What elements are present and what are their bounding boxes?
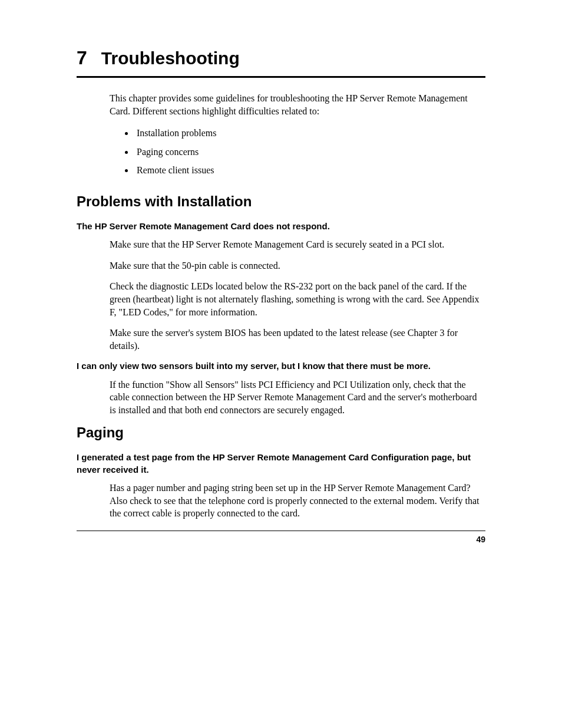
chapter-number: 7 bbox=[77, 47, 87, 69]
subheading-no-respond: The HP Server Remote Management Card doe… bbox=[77, 220, 485, 232]
subheading-two-sensors: I can only view two sensors built into m… bbox=[77, 360, 485, 372]
page-number: 49 bbox=[476, 535, 485, 544]
chapter-title: Troubleshooting bbox=[101, 48, 240, 68]
body-text: If the function "Show all Sensors" lists… bbox=[110, 378, 485, 417]
list-item: Remote client issues bbox=[134, 164, 485, 177]
body-text: Make sure that the 50-pin cable is conne… bbox=[110, 259, 485, 272]
list-item: Installation problems bbox=[134, 127, 485, 140]
body-text: Has a pager number and paging string bee… bbox=[110, 482, 485, 520]
body-text: Make sure that the HP Server Remote Mana… bbox=[110, 238, 485, 251]
body-text: Check the diagnostic LEDs located below … bbox=[110, 280, 485, 318]
list-item: Paging concerns bbox=[134, 146, 485, 159]
intro-paragraph: This chapter provides some guidelines fo… bbox=[110, 92, 485, 117]
subheading-test-page: I generated a test page from the HP Serv… bbox=[77, 452, 485, 476]
section-heading-installation: Problems with Installation bbox=[77, 193, 485, 210]
page-footer: 49 bbox=[77, 531, 485, 544]
chapter-header: 7 Troubleshooting bbox=[77, 47, 485, 78]
intro-bullets: Installation problems Paging concerns Re… bbox=[124, 127, 485, 177]
document-page: 7 Troubleshooting This chapter provides … bbox=[77, 47, 485, 544]
section-heading-paging: Paging bbox=[77, 424, 485, 441]
body-text: Make sure the server's system BIOS has b… bbox=[110, 327, 485, 352]
